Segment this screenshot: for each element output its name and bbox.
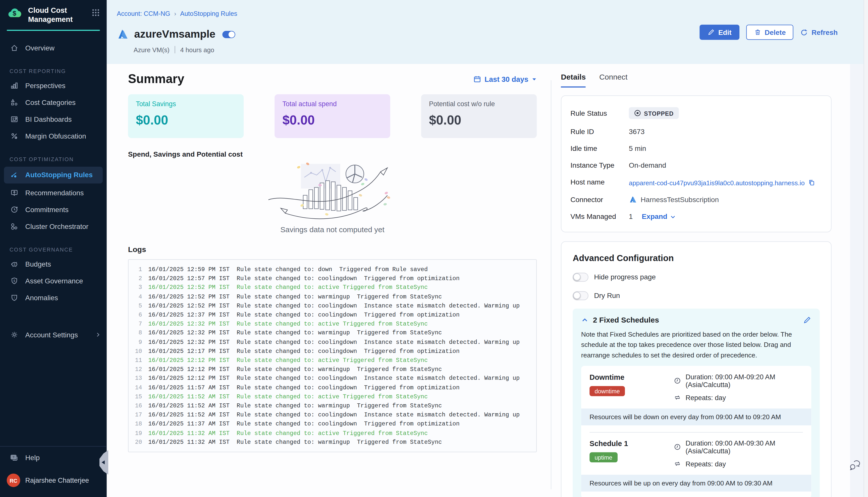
sidebar-item-label: Margin Obfuscation (25, 132, 86, 140)
hide-progress-toggle[interactable] (573, 273, 588, 282)
fixed-schedules-title: 2 Fixed Schedules (593, 316, 659, 325)
schedule-name: Downtime (589, 373, 674, 382)
help-button[interactable]: ? Help (0, 446, 107, 469)
clock-cycle-icon (10, 205, 18, 214)
chevron-up-icon[interactable] (581, 316, 588, 324)
sidebar-header: $ Cloud Cost Management (0, 0, 107, 24)
edit-button[interactable]: Edit (700, 25, 739, 40)
schedule-duration: Duration: 09:00 AM-09:30 AM (Asia/Calcut… (686, 439, 803, 455)
logs-panel[interactable]: 1 16/01/2025 12:59 PM IST Rule state cha… (128, 259, 537, 452)
user-menu[interactable]: RC Rajarshee Chatterjee (0, 469, 107, 492)
stop-circle-icon (634, 110, 641, 117)
dry-run-toggle[interactable] (573, 291, 588, 300)
sidebar-item-asset-governance[interactable]: $ Asset Governance (0, 272, 107, 289)
schedule-row[interactable]: Downtime downtime Duration: 09:00 AM-09:… (581, 373, 812, 402)
edit-schedules-pencil-icon[interactable] (803, 316, 812, 325)
shapes-icon (10, 98, 18, 107)
log-line-number: 8 (129, 329, 142, 338)
sidebar-item-cluster-orchestrator[interactable]: Cluster Orchestrator (0, 218, 107, 235)
details-column: Details Connect Rule Status STOPPED Rule… (561, 73, 831, 497)
breadcrumb: Account: CCM-NG › AutoStopping Rules (117, 10, 237, 17)
log-line-number: 6 (129, 310, 142, 319)
home-icon (10, 43, 18, 53)
expand-vms-link[interactable]: Expand (642, 213, 676, 221)
page-scrollbar[interactable] (864, 0, 868, 497)
idle-time-value: 5 min (629, 145, 646, 153)
date-range-selector[interactable]: Last 30 days (473, 75, 537, 83)
rule-enabled-toggle[interactable] (222, 31, 235, 38)
log-line-number: 19 (129, 428, 142, 438)
sidebar-item-recommendations[interactable]: Recommendations (0, 184, 107, 201)
log-line-text: 16/01/2025 12:52 PM IST Rule state chang… (148, 301, 520, 310)
sidebar-item-autostopping-rules[interactable]: AutoStopping Rules (4, 167, 103, 183)
sidebar-item-budgets[interactable]: $ Budgets (0, 256, 107, 272)
sidebar-item-account-settings[interactable]: Account Settings (0, 326, 107, 343)
log-row: 12 16/01/2025 12:12 PM IST Rule state ch… (129, 365, 536, 374)
shield-dollar-icon: $ (10, 276, 18, 285)
triangle-left-icon (101, 460, 105, 465)
tab-connect[interactable]: Connect (599, 73, 627, 88)
module-switcher-grid-icon[interactable] (92, 9, 100, 17)
percent-icon (10, 131, 18, 141)
schedule-divider (589, 432, 803, 432)
sidebar-item-overview[interactable]: Overview (0, 40, 107, 56)
delete-button[interactable]: Delete (746, 25, 794, 40)
host-name-link[interactable]: apparent-cod-cu47pvu93ja1is9la0c0.autost… (629, 179, 805, 186)
sidebar-footer: ? Help RC Rajarshee Chatterjee (0, 446, 107, 497)
refresh-button[interactable]: Refresh (800, 25, 838, 40)
log-line-number: 14 (129, 383, 142, 392)
user-name: Rajarshee Chatterjee (25, 477, 89, 484)
sidebar-item-bi-dashboards[interactable]: BI Dashboards (0, 111, 107, 128)
breadcrumb-account-link[interactable]: Account: CCM-NG (117, 10, 170, 17)
calendar-icon (473, 75, 481, 83)
card-value: $0.00 (282, 113, 382, 128)
hexagon-cluster-icon (10, 222, 18, 231)
log-line-text: 16/01/2025 12:32 PM IST Rule state chang… (148, 319, 428, 328)
details-card: Rule Status STOPPED Rule ID 3673 Idle ti… (561, 95, 831, 232)
sidebar-item-margin-obfuscation[interactable]: Margin Obfuscation (0, 128, 107, 145)
summary-heading: Summary (128, 72, 184, 86)
sidebar-item-label: Budgets (25, 260, 51, 268)
tab-details[interactable]: Details (561, 73, 586, 88)
sidebar-item-perspectives[interactable]: Perspectives (0, 77, 107, 94)
sidebar-item-label: Anomalies (25, 294, 58, 301)
svg-text:!: ! (14, 296, 15, 299)
log-line-text: 16/01/2025 12:59 PM IST Rule state chang… (148, 265, 428, 274)
sidebar-item-label: Cost Categories (25, 98, 75, 106)
schedule-row[interactable]: Schedule 1 uptime Duration: 09:00 AM-09:… (581, 439, 812, 468)
log-line-text: 16/01/2025 11:52 AM IST Rule state chang… (148, 392, 428, 401)
log-line-number: 10 (129, 347, 142, 356)
card-value: $0.00 (136, 113, 236, 128)
sidebar-item-label: BI Dashboards (25, 115, 72, 123)
breadcrumb-page-link[interactable]: AutoStopping Rules (180, 10, 237, 17)
cloud-type-label: Azure VM(s) (134, 46, 169, 53)
autostopping-icon (10, 170, 18, 179)
support-chat-icon[interactable] (850, 460, 861, 470)
divider (174, 46, 175, 53)
svg-text:$: $ (13, 10, 16, 17)
rule-subtitle: Azure VM(s) 4 hours ago (134, 46, 214, 53)
piggy-bank-icon: $ (10, 259, 18, 269)
instance-type-value: On-demand (629, 162, 666, 169)
copy-icon[interactable] (808, 179, 815, 186)
log-row: 15 16/01/2025 11:52 AM IST Rule state ch… (129, 392, 536, 401)
sidebar-item-anomalies[interactable]: ! Anomalies (0, 289, 107, 306)
log-line-number: 11 (129, 356, 142, 365)
empty-chart-illustration (128, 160, 537, 223)
card-label: Total Savings (136, 100, 236, 108)
log-row: 7 16/01/2025 12:32 PM IST Rule state cha… (129, 319, 536, 328)
log-row: 8 16/01/2025 12:32 PM IST Rule state cha… (129, 329, 536, 338)
sidebar-item-label: Commitments (25, 205, 69, 213)
sidebar-item-label: Recommendations (25, 189, 84, 197)
sidebar-item-cost-categories[interactable]: Cost Categories (0, 94, 107, 111)
summary-column: Summary Last 30 days Total Savings $0.00… (128, 72, 537, 452)
clock-icon (674, 377, 681, 385)
sidebar-item-commitments[interactable]: Commitments (0, 201, 107, 218)
recommendation-tag-icon (10, 188, 18, 197)
toggle-knob (573, 292, 580, 299)
fixed-schedules-note: Note that Fixed Schedules are prioritize… (581, 329, 812, 360)
log-line-number: 9 (129, 338, 142, 347)
dry-run-toggle-row: Dry Run (573, 291, 820, 300)
connector-label: Connector (570, 196, 629, 203)
pencil-icon (708, 29, 715, 36)
